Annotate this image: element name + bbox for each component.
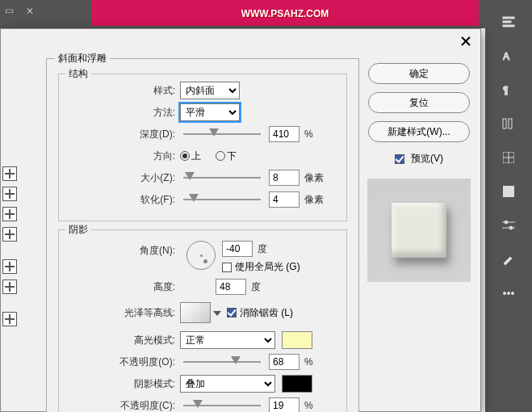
shadow-opacity-slider[interactable]: [183, 400, 261, 411]
svg-text:A: A: [503, 51, 509, 61]
watermark-banner: WWW.PSAHZ.COM: [91, 0, 479, 26]
shadow-mode-select[interactable]: 叠加: [180, 375, 275, 393]
technique-label: 方法:: [106, 106, 180, 120]
direction-up-radio[interactable]: [180, 151, 190, 161]
svg-point-13: [505, 221, 508, 224]
grid-icon[interactable]: [501, 150, 517, 165]
svg-point-16: [508, 292, 510, 295]
more-icon[interactable]: [501, 286, 517, 301]
altitude-input[interactable]: [216, 279, 246, 295]
angle-label: 角度(N):: [106, 241, 180, 258]
structure-label: 结构: [65, 67, 91, 81]
tool-icon-a[interactable]: ▭: [5, 5, 21, 21]
preview-label: 预览(V): [411, 152, 443, 166]
add-effect-button[interactable]: [2, 207, 17, 221]
svg-point-15: [504, 292, 506, 295]
size-slider[interactable]: [183, 172, 261, 183]
left-toolbar: ▭ ⨯: [0, 0, 55, 28]
direction-down-label: 下: [227, 149, 237, 163]
angle-input[interactable]: [222, 241, 253, 257]
highlight-mode-label: 高光模式:: [106, 334, 180, 347]
altitude-label: 高度:: [106, 280, 180, 294]
glyphs-icon[interactable]: [501, 116, 517, 131]
direction-label: 方向:: [106, 149, 180, 163]
shadow-mode-label: 阴影模式:: [106, 377, 180, 391]
direction-down-radio[interactable]: [216, 151, 225, 161]
size-unit: 像素: [304, 171, 324, 185]
size-input[interactable]: [269, 170, 300, 186]
altitude-unit: 度: [251, 280, 261, 294]
reset-button[interactable]: 复位: [368, 92, 470, 113]
add-effect-button[interactable]: [2, 187, 17, 201]
highlight-opacity-label: 不透明度(O):: [106, 355, 180, 369]
gloss-contour-picker[interactable]: [180, 302, 211, 323]
depth-input[interactable]: [269, 126, 300, 142]
section-title: 斜面和浮雕: [55, 52, 110, 65]
size-label: 大小(Z):: [106, 171, 180, 185]
shadow-opacity-label: 不透明度(C):: [106, 399, 180, 413]
global-light-checkbox[interactable]: [222, 263, 232, 272]
bevel-emboss-panel: 斜面和浮雕 结构 样式: 内斜面 方法: 平滑 深度(D): % 方向: 上: [46, 58, 359, 412]
angle-unit: 度: [258, 242, 267, 256]
dialog-buttons: 确定 复位 新建样式(W)... 预览(V): [366, 63, 472, 282]
character-icon[interactable]: A: [501, 48, 517, 63]
soften-slider[interactable]: [183, 194, 261, 205]
style-label: 样式:: [106, 84, 180, 98]
svg-rect-10: [503, 186, 514, 197]
depth-label: 深度(D):: [106, 128, 180, 141]
svg-rect-6: [509, 119, 512, 128]
technique-select[interactable]: 平滑: [180, 103, 240, 121]
swatch-icon[interactable]: [501, 184, 517, 199]
style-select[interactable]: 内斜面: [180, 82, 240, 99]
svg-rect-2: [503, 25, 514, 27]
preview-thumbnail: [367, 179, 471, 282]
svg-rect-1: [503, 21, 511, 23]
depth-unit: %: [304, 128, 313, 140]
depth-slider[interactable]: [183, 128, 261, 140]
highlight-opacity-input[interactable]: [269, 354, 300, 370]
highlight-opacity-unit: %: [304, 356, 313, 368]
svg-point-14: [509, 226, 513, 229]
highlight-mode-select[interactable]: 正常: [180, 331, 275, 349]
soften-input[interactable]: [269, 191, 300, 208]
brush-icon[interactable]: [501, 252, 517, 267]
angle-dial[interactable]: [186, 241, 216, 270]
add-effect-button[interactable]: [2, 166, 17, 181]
effects-list: [1, 166, 19, 326]
right-options-panel: A ¶: [485, 0, 532, 412]
highlight-color-swatch[interactable]: [282, 331, 312, 349]
layer-style-dialog: 斜面和浮雕 结构 样式: 内斜面 方法: 平滑 深度(D): % 方向: 上: [0, 28, 481, 412]
add-effect-button[interactable]: [2, 259, 17, 274]
shadow-color-swatch[interactable]: [282, 375, 312, 393]
shadow-opacity-unit: %: [304, 400, 313, 411]
ok-button[interactable]: 确定: [368, 63, 470, 84]
pilcrow-icon[interactable]: ¶: [501, 82, 517, 97]
preview-checkbox[interactable]: [395, 154, 404, 164]
shadow-label: 阴影: [65, 223, 91, 237]
global-light-label: 使用全局光 (G): [235, 260, 300, 274]
antialias-checkbox[interactable]: [227, 308, 237, 317]
soften-unit: 像素: [304, 193, 324, 207]
add-effect-button[interactable]: [2, 280, 17, 294]
paragraph-icon[interactable]: [501, 15, 517, 29]
gloss-label: 光泽等高线:: [106, 306, 180, 320]
svg-text:¶: ¶: [503, 85, 508, 95]
svg-rect-0: [503, 17, 514, 19]
close-icon[interactable]: [459, 36, 472, 48]
svg-point-17: [512, 292, 514, 295]
antialias-label: 消除锯齿 (L): [240, 306, 293, 320]
tool-icon-b[interactable]: ⨯: [26, 5, 42, 21]
highlight-opacity-slider[interactable]: [183, 356, 261, 368]
soften-label: 软化(F):: [106, 193, 180, 207]
new-style-button[interactable]: 新建样式(W)...: [368, 121, 470, 142]
shadow-opacity-input[interactable]: [269, 397, 300, 412]
add-effect-button[interactable]: [2, 312, 17, 326]
adjust-icon[interactable]: [501, 218, 517, 233]
add-effect-button[interactable]: [2, 227, 17, 242]
svg-rect-5: [503, 119, 506, 128]
direction-up-label: 上: [191, 149, 201, 163]
